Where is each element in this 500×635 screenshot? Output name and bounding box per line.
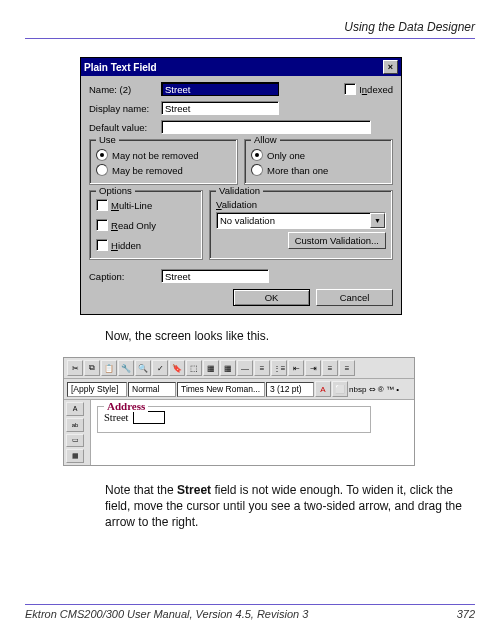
allow-group: Allow Only one More than one	[244, 139, 393, 185]
use-group: Use May not be removed May be removed	[89, 139, 238, 185]
indexed-checkbox[interactable]: Indexed	[344, 83, 393, 95]
name-label: Name: (2)	[89, 84, 157, 95]
editor-screenshot: ✂ ⧉ 📋 🔧 🔍 ✓ 🔖 ⬚ ▦ ▦ — ≡ ⋮≡ ⇤ ⇥ ≡ ≡ [Appl…	[63, 357, 415, 466]
tool-icon[interactable]: 🔧	[118, 360, 134, 376]
displayname-input[interactable]: Street	[161, 101, 279, 115]
readonly-label: Read Only	[111, 220, 156, 231]
bgcolor-icon[interactable]: ⬜	[332, 381, 348, 397]
plain-text-field-dialog: Plain Text Field × Name: (2) Street Inde…	[80, 57, 402, 315]
paragraph-combo[interactable]: Normal	[128, 382, 176, 397]
header-rule	[25, 38, 475, 39]
allow-legend: Allow	[251, 134, 280, 145]
readonly-checkbox[interactable]: Read Only	[96, 219, 156, 231]
footer-left: Ektron CMS200/300 User Manual, Version 4…	[25, 608, 308, 620]
options-group: Options Multi-Line Read Only Hidden	[89, 190, 203, 260]
font-combo[interactable]: Times New Roman...	[177, 382, 265, 397]
palette-text-icon[interactable]: A	[66, 402, 84, 416]
defaultvalue-label: Default value:	[89, 122, 157, 133]
address-fieldset: Address Street	[97, 406, 371, 433]
cancel-button[interactable]: Cancel	[316, 289, 393, 306]
palette-group-icon[interactable]: ▦	[66, 449, 84, 463]
bookmark-icon[interactable]: 🔖	[169, 360, 185, 376]
multiline-checkbox[interactable]: Multi-Line	[96, 199, 152, 211]
ok-button[interactable]: OK	[233, 289, 310, 306]
page-number: 372	[457, 608, 475, 620]
link-icon[interactable]: ⬚	[186, 360, 202, 376]
allow-more-label: More than one	[267, 165, 328, 176]
dropdown-arrow-icon[interactable]: ▼	[370, 213, 385, 228]
close-icon[interactable]: ×	[383, 60, 398, 74]
palette-box-icon[interactable]: ▭	[66, 434, 84, 448]
caption-input[interactable]: Street	[161, 269, 269, 283]
caption-text-1: Now, the screen looks like this.	[105, 329, 475, 343]
name-input[interactable]: Street	[161, 82, 279, 96]
custom-validation-button[interactable]: Custom Validation...	[288, 232, 386, 249]
validation-label: Validation	[216, 199, 386, 210]
allow-only-one-label: Only one	[267, 150, 305, 161]
street-field-input[interactable]	[133, 411, 165, 424]
image-icon[interactable]: ▦	[220, 360, 236, 376]
palette-field-icon[interactable]: ab	[66, 418, 84, 432]
use-may-be-removed-label: May be removed	[112, 165, 183, 176]
use-not-removed-label: May not be removed	[112, 150, 199, 161]
align-center-icon[interactable]: ≡	[339, 360, 355, 376]
hidden-checkbox[interactable]: Hidden	[96, 239, 141, 251]
validation-group: Validation Validation No validation ▼ Cu…	[209, 190, 393, 260]
spellcheck-icon[interactable]: ✓	[152, 360, 168, 376]
use-legend: Use	[96, 134, 119, 145]
editor-canvas[interactable]: Address Street	[91, 400, 414, 465]
page-header: Using the Data Designer	[25, 20, 475, 34]
fontcolor-icon[interactable]: A	[315, 381, 331, 397]
street-field-label: Street	[104, 412, 129, 423]
allow-only-one-radio[interactable]: Only one	[251, 149, 305, 161]
use-not-removed-radio[interactable]: May not be removed	[96, 149, 199, 161]
caption-label: Caption:	[89, 271, 157, 282]
editor-palette: A ab ▭ ▦	[64, 400, 91, 465]
multiline-label: Multi-Line	[111, 200, 152, 211]
note-text: Note that the Street field is not wide e…	[105, 482, 467, 531]
validation-legend: Validation	[216, 185, 263, 196]
allow-more-than-one-radio[interactable]: More than one	[251, 164, 328, 176]
list-icon[interactable]: ≡	[254, 360, 270, 376]
indexed-label: Indexed	[359, 84, 393, 95]
align-left-icon[interactable]: ≡	[322, 360, 338, 376]
displayname-label: Display name:	[89, 103, 157, 114]
dialog-titlebar: Plain Text Field ×	[81, 58, 401, 76]
toolbar-row-2: [Apply Style] Normal Times New Roman... …	[64, 379, 414, 400]
style-combo[interactable]: [Apply Style]	[67, 382, 127, 397]
toolbar-row-1: ✂ ⧉ 📋 🔧 🔍 ✓ 🔖 ⬚ ▦ ▦ — ≡ ⋮≡ ⇤ ⇥ ≡ ≡	[64, 358, 414, 379]
validation-select[interactable]: No validation ▼	[216, 212, 386, 229]
indent-icon[interactable]: ⇥	[305, 360, 321, 376]
hr-icon[interactable]: —	[237, 360, 253, 376]
symbol-buttons[interactable]: nbsp ⇔ ® ™ •	[349, 385, 399, 394]
table-icon[interactable]: ▦	[203, 360, 219, 376]
defaultvalue-input[interactable]	[161, 120, 371, 134]
validation-select-value: No validation	[220, 215, 275, 226]
address-legend: Address	[104, 400, 148, 412]
options-legend: Options	[96, 185, 135, 196]
copy-icon[interactable]: ⧉	[84, 360, 100, 376]
fontsize-combo[interactable]: 3 (12 pt)	[266, 382, 314, 397]
use-may-be-removed-radio[interactable]: May be removed	[96, 164, 183, 176]
find-icon[interactable]: 🔍	[135, 360, 151, 376]
cut-icon[interactable]: ✂	[67, 360, 83, 376]
page-footer: Ektron CMS200/300 User Manual, Version 4…	[25, 599, 475, 621]
paste-icon[interactable]: 📋	[101, 360, 117, 376]
numlist-icon[interactable]: ⋮≡	[271, 360, 287, 376]
dialog-title: Plain Text Field	[84, 62, 157, 73]
hidden-label: Hidden	[111, 240, 141, 251]
outdent-icon[interactable]: ⇤	[288, 360, 304, 376]
